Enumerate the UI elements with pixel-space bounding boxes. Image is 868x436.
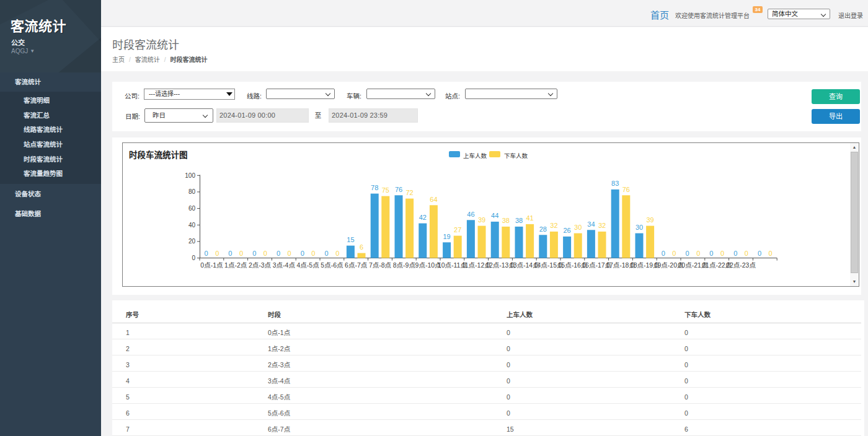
svg-text:20: 20 <box>188 238 196 245</box>
svg-text:34: 34 <box>587 220 595 228</box>
svg-text:28: 28 <box>539 225 547 233</box>
svg-text:83: 83 <box>611 180 619 187</box>
svg-text:3点-4点: 3点-4点 <box>273 261 295 269</box>
svg-text:0: 0 <box>277 250 280 257</box>
svg-text:32: 32 <box>550 222 557 229</box>
svg-text:4点-5点: 4点-5点 <box>297 261 319 269</box>
svg-text:6点-7点: 6点-7点 <box>345 261 367 269</box>
svg-text:0: 0 <box>264 250 267 257</box>
svg-text:8点-9点: 8点-9点 <box>393 261 415 269</box>
svg-text:41: 41 <box>526 214 533 222</box>
svg-text:0: 0 <box>205 250 208 257</box>
svg-text:0: 0 <box>686 250 689 257</box>
svg-text:38: 38 <box>502 217 510 224</box>
svg-text:0: 0 <box>192 255 195 261</box>
svg-text:44: 44 <box>491 212 498 219</box>
svg-text:2点-3点: 2点-3点 <box>249 261 271 269</box>
svg-text:0: 0 <box>228 250 232 257</box>
svg-text:32: 32 <box>598 222 606 229</box>
svg-text:7点-8点: 7点-8点 <box>369 261 391 269</box>
svg-text:26: 26 <box>563 227 570 234</box>
svg-text:30: 30 <box>574 224 582 231</box>
svg-text:42: 42 <box>419 214 427 221</box>
svg-text:80: 80 <box>188 188 196 195</box>
svg-text:5点-6点: 5点-6点 <box>321 261 343 269</box>
svg-text:0点-1点: 0点-1点 <box>200 261 223 269</box>
svg-text:0: 0 <box>325 250 329 257</box>
svg-text:76: 76 <box>622 186 630 193</box>
svg-text:6: 6 <box>360 243 363 251</box>
svg-text:0: 0 <box>745 250 748 257</box>
svg-text:0: 0 <box>288 250 291 257</box>
svg-text:0: 0 <box>301 250 304 257</box>
svg-text:22点-23点: 22点-23点 <box>726 261 756 269</box>
svg-text:0: 0 <box>758 250 761 257</box>
svg-text:0: 0 <box>733 250 737 257</box>
svg-text:19: 19 <box>443 233 450 240</box>
svg-text:0: 0 <box>662 250 665 257</box>
svg-text:0: 0 <box>769 250 773 257</box>
svg-text:0: 0 <box>696 250 700 257</box>
svg-text:0: 0 <box>720 250 724 257</box>
svg-text:0: 0 <box>709 250 713 257</box>
svg-text:76: 76 <box>395 186 402 193</box>
svg-text:38: 38 <box>515 217 523 224</box>
svg-text:15: 15 <box>347 236 354 243</box>
svg-text:100: 100 <box>185 172 195 179</box>
svg-text:39: 39 <box>478 216 485 224</box>
svg-text:0: 0 <box>672 250 676 257</box>
svg-text:72: 72 <box>405 189 413 196</box>
svg-text:0: 0 <box>215 250 219 257</box>
svg-text:60: 60 <box>188 205 196 212</box>
svg-text:0: 0 <box>335 250 339 257</box>
svg-text:64: 64 <box>430 196 437 203</box>
svg-text:75: 75 <box>382 186 389 194</box>
svg-text:0: 0 <box>252 250 256 257</box>
svg-text:39: 39 <box>646 216 653 224</box>
svg-text:27: 27 <box>454 226 461 233</box>
svg-text:46: 46 <box>467 211 474 218</box>
svg-text:78: 78 <box>371 184 378 191</box>
svg-text:30: 30 <box>636 224 643 231</box>
svg-text:1点-2点: 1点-2点 <box>224 261 247 269</box>
svg-text:0: 0 <box>239 250 243 257</box>
svg-text:40: 40 <box>188 222 196 229</box>
svg-text:0: 0 <box>311 250 315 257</box>
